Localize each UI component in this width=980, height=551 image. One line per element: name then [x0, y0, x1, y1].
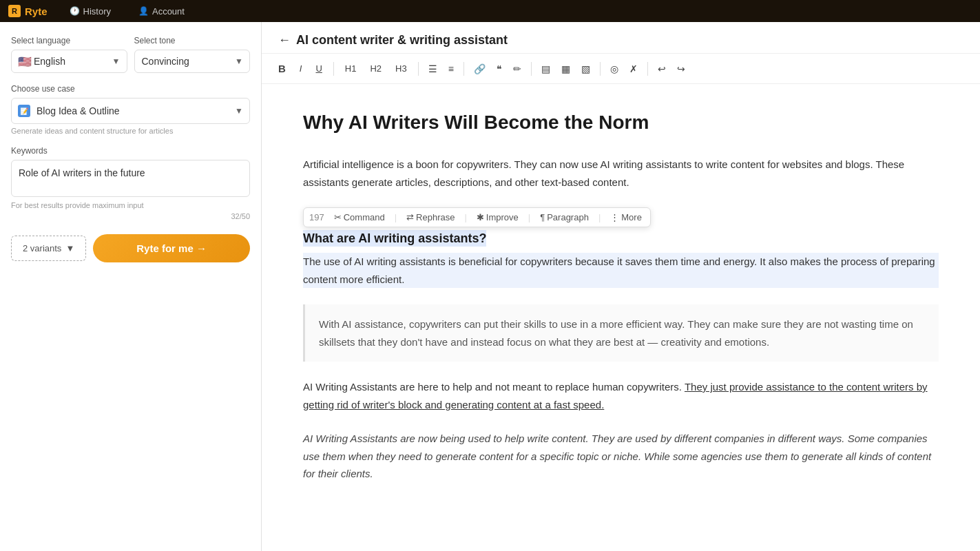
language-group: Select language 🇺🇸 English French German… [11, 36, 127, 73]
keywords-input[interactable]: Role of AI writers in the future [11, 160, 250, 197]
align-left-button[interactable]: ▤ [537, 60, 554, 78]
word-count: 197 [309, 212, 324, 222]
command-btn[interactable]: ✂ Command [331, 211, 388, 224]
tone-select-wrapper: Convincing Formal Casual ▼ [134, 50, 251, 73]
doc-title: Why AI Writers Will Become the Norm [303, 112, 939, 134]
more-icon: ⋮ [610, 212, 619, 222]
more-label: More [621, 212, 642, 222]
content-title: AI content writer & writing assistant [296, 33, 508, 48]
numbered-list-button[interactable]: ≡ [444, 60, 458, 78]
paragraph-icon: ¶ [540, 212, 545, 222]
toolbar-divider-4 [531, 62, 532, 76]
language-label: Select language [11, 36, 127, 45]
language-select[interactable]: English French German Spanish [11, 50, 127, 73]
sidebar: Select language 🇺🇸 English French German… [0, 22, 262, 551]
blockquote: With AI assistance, copywriters can put … [303, 304, 939, 362]
command-label: Command [344, 212, 385, 222]
tone-label: Select tone [134, 36, 251, 45]
back-arrow[interactable]: ← [278, 33, 291, 48]
logo-text: Ryte [25, 6, 48, 17]
keywords-label: Keywords [11, 146, 250, 156]
content-editor[interactable]: Why AI Writers Will Become the Norm Arti… [262, 84, 980, 551]
floating-toolbar: 197 ✂ Command | ⇄ Rephrase | ✱ Improve |… [303, 207, 651, 227]
language-tone-row: Select language 🇺🇸 English French German… [11, 36, 250, 84]
logo[interactable]: R Ryte [8, 5, 48, 17]
underline-button[interactable]: U [310, 60, 327, 77]
ryte-for-me-button[interactable]: Ryte for me → [93, 234, 250, 262]
section2-para: AI Writing Assistants are here to help a… [303, 378, 939, 413]
strikethrough-button[interactable]: ✗ [625, 60, 642, 78]
h2-button[interactable]: H2 [364, 60, 387, 77]
section2-text-start: AI Writing Assistants are here to help a… [303, 381, 685, 393]
main-layout: Select language 🇺🇸 English French German… [0, 22, 980, 551]
doc-intro: Artificial intelligence is a boon for co… [303, 156, 939, 191]
align-right-button[interactable]: ▧ [577, 60, 594, 78]
nav-account[interactable]: 👤 Account [133, 3, 190, 19]
toolbar-divider-6 [647, 62, 648, 76]
link-button[interactable]: 🔗 [470, 60, 490, 78]
section1-heading: What are AI writing assistants? [303, 230, 486, 247]
toolbar-divider-2 [418, 62, 419, 76]
variants-arrow-icon: ▼ [65, 243, 74, 253]
bottom-actions: 2 variants ▼ Ryte for me → [11, 234, 250, 262]
use-case-group: Choose use case 📝 Blog Idea & Outline Pr… [11, 84, 250, 135]
tone-select[interactable]: Convincing Formal Casual [134, 50, 251, 73]
account-icon: 👤 [138, 6, 149, 16]
paragraph-label: Paragraph [547, 212, 589, 222]
circle-button[interactable]: ◎ [606, 60, 623, 78]
rephrase-icon: ⇄ [406, 212, 414, 222]
history-label: History [83, 6, 111, 17]
undo-button[interactable]: ↩ [654, 60, 670, 78]
use-case-hint: Generate ideas and content structure for… [11, 127, 250, 135]
variants-label: 2 variants [23, 243, 61, 253]
use-case-label: Choose use case [11, 84, 250, 94]
section3-para: AI Writing Assistants are now being used… [303, 430, 939, 483]
ryte-btn-label: Ryte for me → [136, 242, 207, 254]
history-icon: 🕐 [70, 6, 80, 16]
bold-button[interactable]: B [273, 59, 291, 78]
logo-icon: R [8, 5, 21, 17]
paragraph-btn[interactable]: ¶ Paragraph [537, 211, 592, 224]
command-icon: ✂ [334, 212, 342, 222]
keywords-group: Keywords Role of AI writers in the futur… [11, 146, 250, 220]
toolbar-divider-3 [463, 62, 464, 76]
language-select-wrapper: 🇺🇸 English French German Spanish ▼ [11, 50, 127, 73]
top-nav: R Ryte 🕐 History 👤 Account [0, 0, 980, 22]
blockquote-text: With AI assistance, copywriters can put … [319, 315, 925, 351]
quote-button[interactable]: ❝ [492, 60, 506, 78]
char-count: 32/50 [231, 212, 250, 220]
rephrase-label: Rephrase [416, 212, 455, 222]
toolbar-divider-1 [333, 62, 334, 76]
account-label: Account [152, 6, 185, 17]
italic-button[interactable]: I [294, 60, 308, 77]
bullet-list-button[interactable]: ☰ [424, 60, 441, 78]
content-area: ← AI content writer & writing assistant … [262, 22, 980, 551]
section1-heading-wrapper: What are AI writing assistants? [303, 231, 939, 246]
pen-button[interactable]: ✏ [509, 60, 525, 78]
use-case-select[interactable]: Blog Idea & Outline Product Description … [11, 98, 250, 124]
improve-label: Improve [486, 212, 519, 222]
content-header: ← AI content writer & writing assistant [262, 22, 980, 54]
more-btn[interactable]: ⋮ More [607, 211, 645, 224]
nav-history[interactable]: 🕐 History [64, 3, 116, 19]
h3-button[interactable]: H3 [390, 60, 413, 77]
editor-toolbar: B I U H1 H2 H3 ☰ ≡ 🔗 ❝ ✏ ▤ ▦ ▧ ◎ ✗ ↩ ↪ [262, 54, 980, 84]
section1-body: The use of AI writing assistants is bene… [303, 253, 939, 288]
use-case-select-wrapper: 📝 Blog Idea & Outline Product Descriptio… [11, 98, 250, 124]
tone-group: Select tone Convincing Formal Casual ▼ [134, 36, 251, 73]
improve-icon: ✱ [477, 212, 484, 222]
redo-button[interactable]: ↪ [673, 60, 689, 78]
rephrase-btn[interactable]: ⇄ Rephrase [404, 211, 457, 224]
improve-btn[interactable]: ✱ Improve [474, 211, 521, 224]
align-center-button[interactable]: ▦ [557, 60, 574, 78]
keywords-hint: For best results provide maximum input [11, 201, 250, 209]
variants-button[interactable]: 2 variants ▼ [11, 236, 86, 261]
toolbar-divider-5 [600, 62, 601, 76]
h1-button[interactable]: H1 [340, 60, 362, 77]
